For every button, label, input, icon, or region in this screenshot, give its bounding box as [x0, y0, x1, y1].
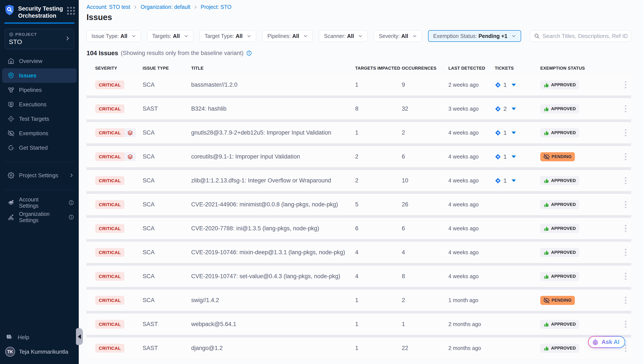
table-row[interactable]: CRITICAL SCA bassmaster//1.2.0 1 9 2 wee… — [87, 74, 631, 96]
info-icon[interactable] — [246, 50, 252, 56]
table-row[interactable]: CRITICAL SCA CVE-2020-7788: ini@1.3.5 (l… — [87, 218, 631, 239]
exemption-status-badge: APPROVED — [540, 80, 579, 90]
table-row[interactable]: CRITICAL SCA CVE-2019-10747: set-value@0… — [87, 266, 631, 287]
occurrences: 1 — [402, 321, 448, 328]
exemption-status-label: APPROVED — [551, 226, 576, 231]
targets-impacted: 1 — [355, 130, 402, 136]
table-row[interactable]: CRITICAL SCA coreutils@9.1-1: Improper I… — [87, 146, 631, 167]
table-row[interactable]: CRITICAL SCA swig//1.4.2 1 2 1 month ago… — [87, 290, 631, 311]
breadcrumb-project-link[interactable]: Project: STO — [201, 4, 232, 10]
caret-down-icon[interactable] — [512, 132, 516, 134]
table-row[interactable]: CRITICAL SCA CVE-2021-44906: minimist@0.… — [87, 194, 631, 215]
issue-title[interactable]: swig//1.4.2 — [191, 297, 355, 304]
filter-exemption-status[interactable]: Exemption Status: Pending +1 — [428, 30, 521, 42]
sidebar-item-get-started[interactable]: Get Started — [0, 140, 79, 155]
row-menu-icon[interactable] — [623, 152, 628, 162]
ticket-group[interactable]: 1 — [495, 130, 540, 136]
issue-title[interactable]: CVE-2021-44906: minimist@0.0.8 (lang-pkg… — [191, 201, 355, 208]
issue-title[interactable]: coreutils@9.1-1: Improper Input Validati… — [191, 153, 355, 160]
row-menu-icon[interactable] — [623, 128, 628, 138]
filter-pipelines[interactable]: Pipelines: All — [262, 30, 313, 42]
info-icon[interactable] — [68, 214, 74, 220]
row-menu-icon[interactable] — [623, 224, 628, 233]
module-grid-icon[interactable] — [67, 4, 75, 15]
ticket-group[interactable]: 2 — [495, 106, 540, 112]
sidebar-item-overview[interactable]: Overview — [0, 54, 79, 68]
severity-label: CRITICAL — [95, 320, 125, 329]
row-menu-icon[interactable] — [623, 319, 628, 329]
breadcrumb-org-link[interactable]: Organization: default — [141, 4, 190, 10]
filter-target-type[interactable]: Target Type: All — [200, 30, 256, 42]
ticket-count: 1 — [503, 153, 507, 160]
table-row[interactable]: CRITICAL SAST B324: hashlib 8 32 3 weeks… — [87, 98, 631, 120]
thumbs-up-icon — [543, 106, 549, 112]
row-menu-icon[interactable] — [623, 104, 628, 114]
table-row[interactable]: CRITICAL SAST django@1.2 1 22 2 months a… — [87, 338, 631, 359]
last-detected: 4 weeks ago — [448, 154, 495, 160]
chevron-right-icon — [69, 173, 74, 178]
table-row[interactable]: CRITICAL SCA gnutls28@3.7.9-2+deb12u5: I… — [87, 122, 631, 144]
issue-title[interactable]: B324: hashlib — [191, 106, 355, 112]
severity-badge: CRITICAL — [95, 296, 125, 305]
issue-title[interactable]: django@1.2 — [191, 345, 355, 352]
sidebar-item-organization-settings[interactable]: Organization Settings — [0, 210, 79, 224]
caret-down-icon[interactable] — [512, 180, 516, 182]
chevron-down-icon — [412, 34, 417, 38]
ticket-group[interactable]: 1 — [495, 153, 540, 160]
brand-accent-bar — [4, 22, 75, 24]
row-menu-icon[interactable] — [623, 200, 628, 210]
sidebar-item-account-settings[interactable]: Account Settings — [0, 196, 79, 210]
sidebar-item-executions[interactable]: Executions — [0, 97, 79, 112]
filter-severity[interactable]: Severity: All — [374, 30, 422, 42]
filter-issue-type[interactable]: Issue Type: All — [87, 30, 141, 42]
avatar: TK — [5, 347, 15, 357]
thumbs-up-icon — [543, 178, 549, 184]
issue-title[interactable]: CVE-2019-10747: set-value@0.4.3 (lang-pk… — [191, 273, 355, 280]
info-icon[interactable] — [68, 200, 74, 206]
eye-slash-icon — [543, 297, 549, 304]
breadcrumb-account-link[interactable]: Account: STO test — [87, 4, 130, 10]
collapse-left-arrow-icon — [78, 334, 81, 339]
help-button[interactable]: ? Help — [0, 330, 79, 344]
ticket-group[interactable]: 1 — [495, 82, 540, 88]
row-menu-icon[interactable] — [623, 296, 628, 305]
filter-targets[interactable]: Targets: All — [147, 30, 193, 42]
issue-type: SCA — [143, 177, 191, 184]
severity-label: CRITICAL — [95, 296, 125, 305]
sidebar-item-pipelines[interactable]: Pipelines — [0, 83, 79, 97]
sidebar-item-test-targets[interactable]: Test Targets — [0, 112, 79, 126]
row-menu-icon[interactable] — [623, 248, 628, 257]
occurrences: 2 — [402, 297, 448, 304]
search-icon — [534, 33, 540, 39]
search-input[interactable] — [542, 33, 627, 40]
issue-title[interactable]: zlib@1:1.2.13.dfsg-1: Integer Overflow o… — [191, 177, 355, 184]
sidebar-item-exemptions[interactable]: Exemptions — [0, 126, 79, 140]
occurrences: 10 — [402, 177, 448, 184]
table-row[interactable]: CRITICAL SCA CVE-2019-10746: mixin-deep@… — [87, 242, 631, 263]
issue-title[interactable]: bassmaster//1.2.0 — [191, 82, 355, 88]
exemption-status-badge: APPROVED — [540, 176, 579, 185]
issue-title[interactable]: gnutls28@3.7.9-2+deb12u5: Improper Input… — [191, 130, 355, 136]
row-menu-icon[interactable] — [623, 80, 628, 90]
search-box[interactable] — [530, 30, 631, 42]
row-menu-icon[interactable] — [623, 176, 628, 186]
sidebar-item-project-settings[interactable]: Project Settings — [0, 168, 79, 183]
ask-ai-button[interactable]: Ask AI — [588, 336, 625, 348]
issue-title[interactable]: webpack@5.64.1 — [191, 321, 355, 328]
filter-scanner[interactable]: Scanner: All — [319, 30, 367, 42]
caret-down-icon[interactable] — [512, 156, 516, 158]
chevron-down-icon — [358, 34, 363, 38]
project-selector[interactable]: PROJECT STO — [5, 29, 74, 49]
sidebar: Security Testing Orchestration PROJECT S… — [0, 0, 79, 364]
caret-down-icon[interactable] — [512, 84, 516, 86]
user-menu[interactable]: TK Teja Kummarikuntla — [0, 344, 79, 359]
table-row[interactable]: CRITICAL SCA zlib@1:1.2.13.dfsg-1: Integ… — [87, 170, 631, 191]
issue-title[interactable]: CVE-2020-7788: ini@1.3.5 (lang-pkgs, nod… — [191, 225, 355, 232]
sidebar-item-issues[interactable]: Issues — [2, 68, 77, 83]
sidebar-collapse-handle[interactable] — [76, 328, 83, 345]
caret-down-icon[interactable] — [512, 108, 516, 110]
table-row[interactable]: CRITICAL SAST webpack@5.64.1 1 1 2 month… — [87, 314, 631, 335]
ticket-group[interactable]: 1 — [495, 177, 540, 184]
row-menu-icon[interactable] — [623, 272, 628, 281]
issue-title[interactable]: CVE-2019-10746: mixin-deep@1.3.1 (lang-p… — [191, 249, 355, 256]
